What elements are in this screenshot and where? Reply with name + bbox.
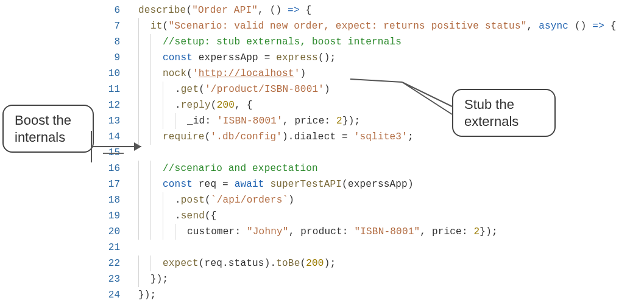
code-line: 16//scenario and expectation	[101, 161, 644, 176]
callout-externals-line2: externals	[464, 113, 543, 130]
token: "Order API"	[192, 5, 258, 16]
token: , price:	[420, 226, 473, 237]
code-content: .get('/product/ISBN-8001')	[138, 84, 330, 95]
token: )	[288, 195, 294, 206]
token: "Johny"	[247, 226, 289, 237]
token: , {	[235, 100, 252, 111]
callout-externals-line1: Stub the	[464, 96, 543, 113]
code-content: const req = await superTestAPI(experssAp…	[138, 179, 414, 190]
token: {	[604, 21, 617, 32]
token: });	[150, 274, 168, 285]
code-content: customer: "Johny", product: "ISBN-8001",…	[138, 226, 498, 237]
token: });	[342, 116, 360, 127]
token: (	[211, 100, 217, 111]
code-content: });	[138, 290, 156, 301]
line-number: 10	[101, 68, 125, 79]
token: req =	[193, 179, 235, 190]
token: (	[300, 258, 306, 269]
code-line: 15	[101, 145, 644, 161]
code-line: 19.send({	[101, 208, 644, 224]
token: //setup: stub externals, boost internals	[163, 37, 402, 47]
token: ,	[527, 21, 539, 32]
token: '	[294, 68, 300, 79]
code-content: const experssApp = express();	[138, 52, 336, 63]
line-number: 13	[101, 116, 125, 127]
token: });	[479, 226, 497, 237]
token: nock	[163, 68, 186, 79]
code-line: 21	[101, 240, 644, 256]
token: express	[276, 52, 318, 63]
token: (	[186, 68, 193, 79]
token: reply	[181, 100, 211, 111]
line-number: 11	[101, 84, 125, 95]
line-number: 7	[101, 21, 125, 32]
token: (	[199, 84, 205, 95]
token: (	[205, 131, 211, 142]
code-editor: 6describe("Order API", () => {7it("Scena…	[101, 2, 644, 303]
line-number: 18	[101, 195, 125, 206]
token: ();	[318, 52, 336, 63]
token: (	[205, 195, 211, 206]
code-line: 9const experssApp = express();	[101, 50, 644, 66]
token: async	[539, 21, 568, 32]
line-number: 16	[101, 163, 125, 174]
token: toBe	[276, 258, 300, 269]
line-number: 9	[101, 52, 125, 63]
token: send	[181, 210, 205, 221]
line-number: 23	[101, 274, 125, 285]
token: const	[163, 52, 193, 63]
line-number: 6	[101, 5, 125, 16]
code-line: 17const req = await superTestAPI(experss…	[101, 176, 644, 192]
code-line: 10nock('http://localhost')	[101, 66, 644, 82]
code-content: expect(req.status).toBe(200);	[138, 258, 336, 269]
code-content: //scenario and expectation	[138, 163, 318, 174]
line-number: 20	[101, 226, 125, 237]
line-number: 14	[101, 131, 125, 142]
token: '/product/ISBN-8001'	[205, 84, 324, 95]
callout-internals-line2: internals	[15, 129, 82, 146]
code-line: 22expect(req.status).toBe(200);	[101, 256, 644, 271]
token: ;	[408, 131, 414, 142]
token: '	[193, 68, 199, 79]
code-line: 6describe("Order API", () => {	[101, 2, 644, 18]
token: ).dialect =	[282, 131, 354, 142]
token: const	[163, 179, 193, 190]
token: "Scenario: valid new order, expect: retu…	[168, 21, 526, 32]
token: _id:	[187, 116, 217, 127]
token: expect	[163, 258, 199, 269]
code-content: //setup: stub externals, boost internals	[138, 37, 402, 47]
token: =>	[592, 21, 604, 32]
code-line: 7it("Scenario: valid new order, expect: …	[101, 18, 644, 34]
code-content: require('.db/config').dialect = 'sqlite3…	[138, 131, 414, 142]
token: 2	[474, 226, 480, 237]
token: , price:	[283, 116, 336, 127]
code-content: _id: 'ISBN-8001', price: 2});	[138, 116, 360, 127]
line-number: 19	[101, 210, 125, 221]
code-line: 14require('.db/config').dialect = 'sqlit…	[101, 129, 644, 145]
token: 'ISBN-8001'	[217, 116, 283, 127]
line-number: 24	[101, 290, 125, 301]
code-line: 13_id: 'ISBN-8001', price: 2});	[101, 113, 644, 129]
token	[264, 179, 271, 190]
token: ()	[568, 21, 592, 32]
code-line: 11.get('/product/ISBN-8001')	[101, 82, 644, 97]
code-line: 23});	[101, 271, 644, 287]
code-line: 12.reply(200, {	[101, 97, 644, 113]
token: get	[181, 84, 199, 95]
token: "ISBN-8001"	[354, 226, 420, 237]
line-number: 15	[101, 147, 125, 158]
token: ({	[205, 210, 217, 221]
code-content: .reply(200, {	[138, 100, 252, 111]
code-content: .send({	[138, 210, 217, 221]
token: .	[175, 84, 181, 95]
token: =>	[288, 5, 300, 16]
callout-internals: Boost the internals	[2, 105, 94, 153]
token: )	[324, 84, 330, 95]
token: //scenario and expectation	[163, 163, 318, 174]
token: 2	[336, 116, 342, 127]
token: customer:	[187, 226, 247, 237]
token: )	[300, 68, 306, 79]
code-content: .post(`/api/orders`)	[138, 195, 294, 206]
code-content: });	[138, 274, 168, 285]
code-content: describe("Order API", () => {	[138, 5, 311, 16]
